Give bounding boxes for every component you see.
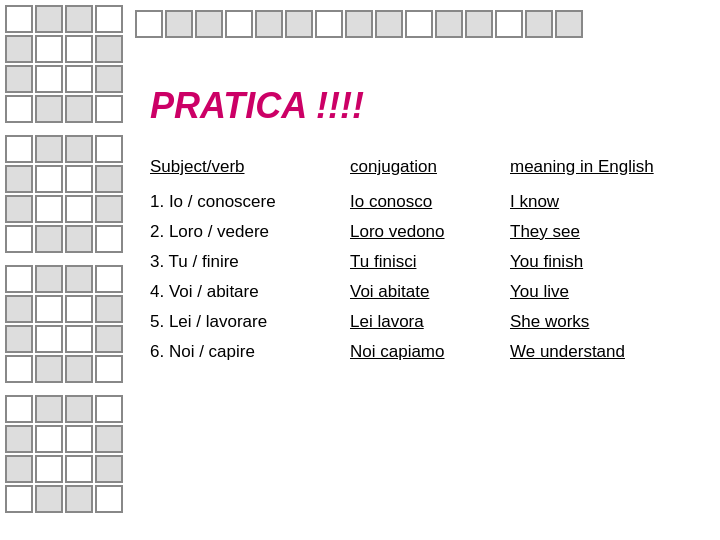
table-header: Subject/verb conjugation meaning in Engl…	[150, 157, 700, 177]
cell-meaning-0: I know	[510, 192, 700, 212]
cell-subject-5: 6. Noi / capire	[150, 342, 350, 362]
cell-subject-3: 4. Voi / abitare	[150, 282, 350, 302]
cell-meaning-2: You finish	[510, 252, 700, 272]
cell-conjugation-2: Tu finisci	[350, 252, 510, 272]
cell-conjugation-4: Lei lavora	[350, 312, 510, 332]
cell-conjugation-1: Loro vedono	[350, 222, 510, 242]
cell-subject-2: 3. Tu / finire	[150, 252, 350, 272]
header-subject: Subject/verb	[150, 157, 350, 177]
cell-meaning-3: You live	[510, 282, 700, 302]
main-content: PRATICA !!!! Subject/verb conjugation me…	[130, 70, 720, 540]
cell-conjugation-5: Noi capiamo	[350, 342, 510, 362]
cell-conjugation-0: Io conosco	[350, 192, 510, 212]
table-row: 5. Lei / lavorare Lei lavora She works	[150, 312, 700, 332]
header-meaning: meaning in English	[510, 157, 700, 177]
cell-meaning-4: She works	[510, 312, 700, 332]
table-row: 3. Tu / finire Tu finisci You finish	[150, 252, 700, 272]
exercise-table: Subject/verb conjugation meaning in Engl…	[150, 157, 700, 362]
table-row: 2. Loro / vedere Loro vedono They see	[150, 222, 700, 242]
cell-subject-4: 5. Lei / lavorare	[150, 312, 350, 332]
page-title: PRATICA !!!!	[150, 85, 700, 127]
table-row: 6. Noi / capire Noi capiamo We understan…	[150, 342, 700, 362]
table-row: 1. Io / conoscere Io conosco I know	[150, 192, 700, 212]
cell-subject-0: 1. Io / conoscere	[150, 192, 350, 212]
header-conjugation: conjugation	[350, 157, 510, 177]
left-decoration	[0, 0, 130, 540]
cell-meaning-1: They see	[510, 222, 700, 242]
cell-meaning-5: We understand	[510, 342, 700, 362]
cell-subject-1: 2. Loro / vedere	[150, 222, 350, 242]
top-decoration	[130, 5, 720, 65]
table-rows: 1. Io / conoscere Io conosco I know 2. L…	[150, 192, 700, 362]
cell-conjugation-3: Voi abitate	[350, 282, 510, 302]
table-row: 4. Voi / abitare Voi abitate You live	[150, 282, 700, 302]
